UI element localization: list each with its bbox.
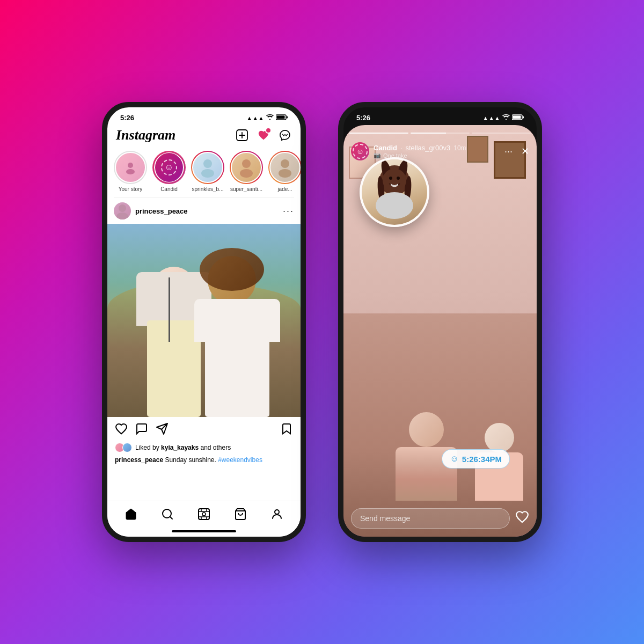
story-subtitle: One take	[383, 152, 407, 159]
story-handle: stellas_gr00v3	[405, 144, 450, 152]
story-label-santi: super_santi...	[230, 186, 262, 192]
likes-avatars	[115, 443, 132, 452]
progress-bar-1	[349, 133, 408, 134]
stories-row: Your story ☺ Candid sprinkles_b...	[107, 148, 301, 197]
svg-point-27	[383, 169, 406, 192]
nav-home-button[interactable]	[125, 508, 137, 524]
share-button[interactable]	[156, 422, 169, 438]
like-button[interactable]	[115, 422, 128, 438]
story-header: ☺ Candid · stellas_gr00v3 10m 📷 One take	[343, 138, 537, 165]
svg-point-13	[116, 213, 128, 219]
svg-point-16	[202, 513, 206, 516]
candid-clock-icon: ☺	[450, 454, 458, 464]
story-label-jade: jade...	[277, 186, 292, 192]
save-button[interactable]	[280, 422, 293, 438]
story-header-icons: ··· ✕	[504, 145, 529, 157]
story-item-sprinkles[interactable]: sprinkles_b...	[191, 151, 224, 192]
room-bg: ☺ 5:26:34PM	[343, 125, 537, 542]
post-username: princess_peace	[135, 207, 188, 215]
svg-rect-20	[513, 116, 521, 119]
home-indicator-light	[172, 530, 236, 532]
story-close-button[interactable]: ✕	[521, 145, 529, 157]
svg-rect-21	[523, 116, 524, 119]
svg-point-9	[240, 169, 253, 178]
likes-text: Liked by kyia_kayaks and others	[135, 444, 231, 451]
battery-icon-dark	[512, 114, 524, 121]
floating-portrait	[360, 157, 429, 227]
story-more-button[interactable]: ···	[504, 146, 513, 157]
post-header: princess_peace ···	[107, 198, 301, 224]
instagram-logo: Instagram	[116, 127, 175, 143]
svg-point-29	[397, 177, 400, 180]
svg-point-28	[389, 177, 392, 180]
story-progress-bars	[349, 133, 531, 134]
story-item-candid[interactable]: ☺ Candid	[152, 151, 186, 192]
svg-point-4	[128, 163, 133, 168]
story-user-info: ☺ Candid · stellas_gr00v3 10m 📷 One take	[351, 142, 466, 160]
svg-point-18	[275, 510, 279, 514]
battery-icon	[276, 114, 288, 121]
story-username-row: Candid · stellas_gr00v3 10m	[374, 144, 466, 152]
post-more-button[interactable]: ···	[283, 206, 294, 217]
story-subtitle-row: 📷 One take	[374, 152, 466, 159]
story-item-santi[interactable]: super_santi...	[230, 151, 263, 192]
phone-dark: 5:26 ▲▲▲	[338, 102, 542, 542]
time-sticker-value: 5:26:34PM	[462, 455, 502, 464]
story-label-your: Your story	[119, 186, 143, 192]
svg-point-5	[126, 169, 135, 174]
story-background: ☺ 5:26:34PM ☺	[343, 125, 537, 542]
svg-point-10	[281, 159, 289, 168]
progress-fill	[411, 133, 446, 134]
story-user-avatar: ☺	[351, 142, 369, 160]
status-bar-light: 5:26 ▲▲▲	[107, 107, 301, 125]
status-time-dark: 5:26	[356, 114, 370, 122]
nav-profile-button[interactable]	[270, 508, 283, 524]
nav-search-button[interactable]	[161, 508, 174, 524]
camera-icon: 📷	[374, 152, 381, 159]
story-label-candid: Candid	[160, 186, 178, 192]
svg-point-6	[203, 159, 212, 168]
svg-point-12	[119, 204, 126, 212]
post-avatar	[114, 202, 131, 219]
post-likes: Liked by kyia_kayaks and others	[107, 442, 301, 455]
post-actions-left	[115, 422, 169, 438]
home-indicator-dark	[408, 537, 472, 539]
svg-point-8	[242, 159, 251, 168]
wifi-icon-dark	[502, 114, 510, 121]
progress-bar-2	[411, 133, 470, 134]
like-avatar-2	[122, 443, 132, 452]
progress-bar-3	[472, 133, 531, 134]
nav-shop-button[interactable]	[234, 508, 247, 524]
caption-username: princess_peace	[115, 456, 163, 464]
comment-button[interactable]	[135, 422, 148, 438]
notifications-button[interactable]	[257, 128, 270, 142]
phone-light: 5:26 ▲▲▲ Instagram	[102, 102, 306, 542]
post-caption: princess_peace Sunday sunshine. #weekend…	[107, 455, 301, 469]
story-screen: ☺ 5:26:34PM ☺	[343, 125, 537, 542]
story-username: Candid	[374, 144, 397, 152]
post-image	[107, 224, 301, 417]
status-time-light: 5:26	[120, 114, 134, 122]
caption-text: Sunday sunshine.	[165, 456, 218, 464]
status-icons-dark: ▲▲▲	[482, 114, 524, 121]
wifi-icon	[266, 114, 274, 121]
time-sticker: ☺ 5:26:34PM	[442, 449, 510, 469]
send-message-placeholder: Send message	[360, 514, 410, 523]
ig-header: Instagram	[107, 125, 301, 148]
send-message-input[interactable]: Send message	[351, 508, 510, 529]
status-bar-dark: 5:26 ▲▲▲	[343, 107, 537, 125]
story-time: 10m	[453, 144, 466, 152]
story-separator: ·	[400, 144, 402, 152]
story-bottom: Send message	[343, 503, 537, 542]
story-like-button[interactable]	[515, 510, 529, 527]
story-label-sprinkles: sprinkles_b...	[192, 186, 224, 192]
svg-rect-2	[287, 116, 288, 119]
add-button[interactable]	[235, 128, 249, 142]
story-item-jade[interactable]: jade...	[268, 151, 301, 192]
caption-hashtag: #weekendvibes	[218, 456, 262, 464]
story-item-your[interactable]: Your story	[114, 151, 147, 192]
ig-header-icons	[235, 128, 292, 142]
post-actions	[107, 417, 301, 442]
messenger-button[interactable]	[278, 128, 292, 142]
nav-reels-button[interactable]	[197, 508, 210, 524]
